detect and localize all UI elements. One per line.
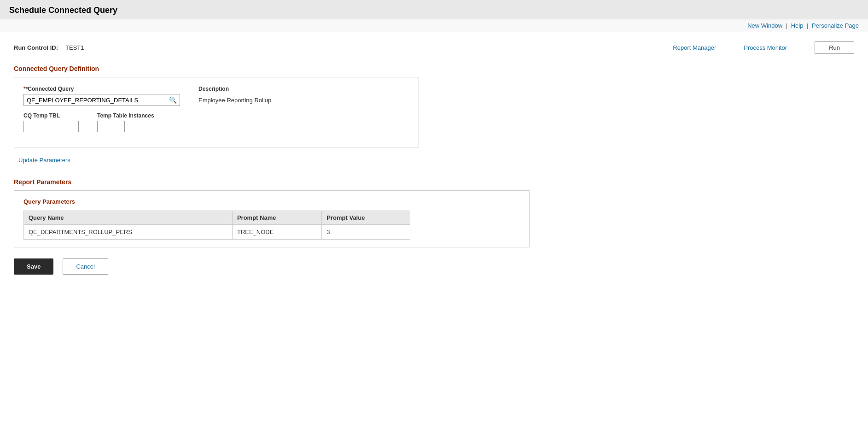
save-button[interactable]: Save (14, 258, 53, 275)
top-links-bar: New Window | Help | Personalize Page (0, 19, 868, 32)
new-window-link[interactable]: New Window (747, 22, 782, 29)
run-control-id-label: Run Control ID: (14, 44, 58, 51)
report-params-panel: Query Parameters Query Name Prompt Name … (14, 190, 530, 247)
prompt-name-cell: TREE_NODE (232, 225, 321, 240)
connected-query-field: **Connected Query 🔍 (23, 86, 180, 106)
connected-query-label: **Connected Query (23, 86, 180, 92)
description-label: Description (198, 86, 271, 92)
cq-temp-tbl-input[interactable] (23, 121, 79, 132)
cancel-button[interactable]: Cancel (63, 258, 108, 275)
connected-query-search-button[interactable]: 🔍 (166, 94, 180, 106)
process-monitor-link[interactable]: Process Monitor (744, 44, 787, 51)
description-value: Employee Reporting Rollup (198, 94, 271, 104)
params-table-body: QE_DEPARTMENTS_ROLLUP_PERS TREE_NODE 3 (24, 225, 410, 240)
temp-table-instances-field: Temp Table Instances (97, 112, 154, 132)
page-title: Schedule Connected Query (9, 6, 117, 15)
connected-query-row: **Connected Query 🔍 Description Employee… (23, 86, 409, 106)
cq-temp-tbl-field: CQ Temp TBL (23, 112, 79, 132)
help-link[interactable]: Help (791, 22, 804, 29)
table-row: QE_DEPARTMENTS_ROLLUP_PERS TREE_NODE 3 (24, 225, 410, 240)
connected-query-section-title: Connected Query Definition (14, 65, 854, 72)
report-manager-link[interactable]: Report Manager (673, 44, 716, 51)
temp-table-instances-label: Temp Table Instances (97, 112, 154, 119)
report-params-section-title: Report Parameters (14, 178, 854, 186)
query-name-cell: QE_DEPARTMENTS_ROLLUP_PERS (24, 225, 233, 240)
temp-table-row: CQ Temp TBL Temp Table Instances (23, 112, 409, 132)
cq-temp-tbl-label: CQ Temp TBL (23, 112, 79, 119)
col-prompt-name: Prompt Name (232, 211, 321, 225)
prompt-value-cell: 3 (322, 225, 410, 240)
run-control-bar: Run Control ID: TEST1 Report Manager Pro… (14, 41, 854, 54)
connected-query-panel: **Connected Query 🔍 Description Employee… (14, 77, 419, 147)
query-params-title: Query Parameters (23, 198, 520, 205)
col-query-name: Query Name (24, 211, 233, 225)
page-wrapper: Schedule Connected Query New Window | He… (0, 0, 868, 440)
update-params-container: Update Parameters (14, 157, 854, 171)
personalize-link[interactable]: Personalize Page (812, 22, 859, 29)
query-params-table: Query Name Prompt Name Prompt Value QE_D… (23, 211, 410, 240)
search-icon: 🔍 (169, 96, 177, 104)
separator-2: | (807, 22, 808, 29)
bottom-buttons: Save Cancel (14, 258, 854, 275)
separator-1: | (786, 22, 787, 29)
update-parameters-link[interactable]: Update Parameters (18, 157, 70, 164)
run-button[interactable]: Run (815, 41, 854, 54)
connected-query-input[interactable] (24, 95, 166, 106)
page-header: Schedule Connected Query (0, 0, 868, 19)
temp-table-instances-input[interactable] (97, 121, 125, 132)
content-area: Run Control ID: TEST1 Report Manager Pro… (0, 32, 868, 284)
run-control-links: Report Manager Process Monitor Run (673, 41, 854, 54)
run-control-id-value: TEST1 (65, 44, 121, 51)
params-table-head: Query Name Prompt Name Prompt Value (24, 211, 410, 225)
connected-query-input-wrapper: 🔍 (23, 94, 180, 106)
col-prompt-value: Prompt Value (322, 211, 410, 225)
params-table-header-row: Query Name Prompt Name Prompt Value (24, 211, 410, 225)
description-field: Description Employee Reporting Rollup (198, 86, 271, 104)
